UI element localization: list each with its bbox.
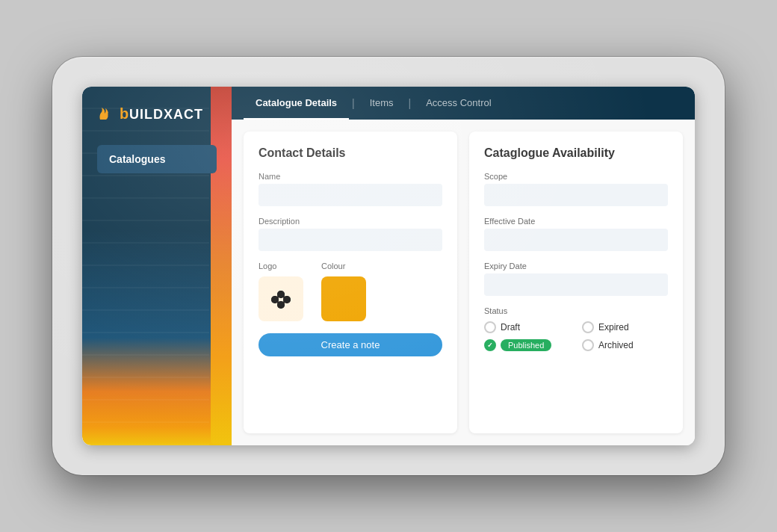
scope-group: Scope [484,172,668,206]
sidebar-logo: bUILDXACT [96,105,218,123]
tab-items[interactable]: Items [358,87,406,120]
main-content: Catalogue Details | Items | Access Contr… [232,87,695,445]
tab-catalogue-details[interactable]: Catalogue Details [244,87,349,120]
expiry-date-label: Expiry Date [484,262,668,270]
device-frame: bUILDXACT Catalogues Catalogue Details |… [52,57,725,475]
honeycomb-icon [266,284,296,314]
draft-label: Draft [501,322,520,332]
status-label: Status [484,306,668,315]
archived-label: Archived [598,340,634,350]
svg-point-10 [283,296,291,303]
expiry-date-group: Expiry Date [484,262,668,296]
availability-card: Cataglogue Availability Scope Effective … [469,132,683,433]
logo-section: Logo [259,262,303,321]
scope-label: Scope [484,172,668,181]
content-area: Contact Details Name Description Logo [232,120,695,445]
description-label: Description [259,217,442,226]
tab-divider-1: | [349,97,358,109]
contact-details-title: Contact Details [259,146,442,160]
tab-access-control[interactable]: Access Control [414,87,503,120]
name-label: Name [259,172,442,181]
status-option-draft[interactable]: Draft [484,321,570,333]
status-option-published[interactable]: Published [484,339,570,351]
expired-label: Expired [598,322,629,332]
effective-date-group: Effective Date [484,217,668,251]
logo-label: Logo [259,262,276,270]
published-badge: Published [501,339,551,351]
colour-section: Colour [321,262,366,321]
status-options: Draft Expired Published [484,321,668,351]
contact-details-card: Contact Details Name Description Logo [244,132,457,433]
sidebar-item-catalogues[interactable]: Catalogues [97,145,217,173]
name-input[interactable] [259,184,442,206]
effective-date-input[interactable] [484,229,668,251]
effective-date-label: Effective Date [484,217,668,226]
tab-divider-2: | [406,97,415,109]
radio-expired[interactable] [582,321,594,333]
logo-preview[interactable] [259,276,303,321]
sidebar-nav: Catalogues [82,145,232,445]
radio-archived[interactable] [582,339,594,351]
status-option-archived[interactable]: Archived [582,339,668,351]
logo-text: bUILDXACT [120,105,203,123]
svg-point-9 [271,296,279,303]
availability-title: Cataglogue Availability [484,146,668,160]
svg-point-11 [277,301,285,309]
svg-point-8 [277,291,285,298]
name-group: Name [259,172,442,206]
radio-published[interactable] [484,339,496,351]
buildxact-logo-icon [96,105,114,123]
screen: bUILDXACT Catalogues Catalogue Details |… [82,87,695,445]
description-group: Description [259,217,442,251]
sidebar: bUILDXACT Catalogues [82,87,232,445]
tab-bar: Catalogue Details | Items | Access Contr… [232,87,695,120]
colour-preview[interactable] [321,276,366,321]
logo-colour-row: Logo [259,262,442,321]
expiry-date-input[interactable] [484,273,668,296]
create-note-button[interactable]: Create a note [259,333,442,356]
description-input[interactable] [259,229,442,251]
colour-label: Colour [321,262,345,270]
radio-draft[interactable] [484,321,496,333]
scope-input[interactable] [484,184,668,206]
status-section: Status Draft Expired [484,306,668,351]
status-option-expired[interactable]: Expired [582,321,668,333]
